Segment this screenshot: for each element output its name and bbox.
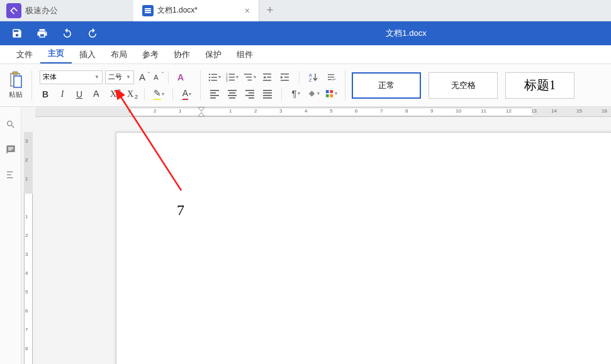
svg-rect-31 <box>210 92 216 94</box>
svg-rect-44 <box>263 95 272 96</box>
indent-marker-icon[interactable] <box>198 107 205 117</box>
shading-button[interactable]: ▾ <box>307 88 320 99</box>
horizontal-ruler[interactable]: 3211234567891011121314151617 <box>35 107 611 117</box>
svg-rect-23 <box>281 80 289 80</box>
svg-rect-8 <box>211 80 217 80</box>
svg-rect-6 <box>211 77 217 77</box>
bullets-button[interactable]: ▾ <box>208 72 221 83</box>
svg-rect-17 <box>248 79 252 80</box>
menu-reference[interactable]: 参考 <box>135 46 166 63</box>
svg-point-5 <box>209 76 210 77</box>
align-justify-button[interactable] <box>261 88 274 99</box>
tab-title: 文档1.docx* <box>157 5 240 16</box>
svg-rect-38 <box>245 90 254 91</box>
svg-rect-46 <box>326 90 329 93</box>
comment-icon[interactable] <box>6 145 16 155</box>
app-logo <box>6 3 21 18</box>
strikethrough-button[interactable]: A̵ <box>91 89 102 100</box>
svg-rect-48 <box>326 94 329 97</box>
align-left-button[interactable] <box>208 88 221 99</box>
svg-rect-45 <box>263 97 272 99</box>
subscript-button[interactable]: X2 <box>125 89 136 100</box>
svg-point-3 <box>209 74 210 75</box>
svg-text:Z: Z <box>309 78 312 82</box>
multilevel-button[interactable]: ▾ <box>244 72 256 83</box>
underline-button[interactable]: U <box>74 89 85 100</box>
svg-rect-14 <box>229 79 235 80</box>
show-marks-button[interactable]: ↵ <box>325 72 337 83</box>
menu-protect[interactable]: 保护 <box>198 46 229 63</box>
svg-rect-43 <box>263 92 272 94</box>
svg-rect-47 <box>330 90 333 93</box>
inc-indent-button[interactable] <box>279 72 291 83</box>
document-tab[interactable]: 文档1.docx* × <box>133 0 259 21</box>
menu-layout[interactable]: 布局 <box>103 46 135 63</box>
svg-rect-18 <box>263 74 271 74</box>
svg-rect-22 <box>284 77 289 77</box>
menu-file[interactable]: 文件 <box>9 46 40 63</box>
svg-rect-34 <box>228 90 237 91</box>
ruler-area: L 3211234567891011121314151617 321123456… <box>21 107 611 364</box>
svg-rect-15 <box>244 74 252 74</box>
menu-home[interactable]: 主页 <box>40 45 72 63</box>
doc-icon <box>142 5 154 16</box>
document-page[interactable]: 7 <box>116 132 611 364</box>
app-name: 极速办公 <box>25 5 58 16</box>
undo-icon[interactable] <box>62 28 73 39</box>
menu-component[interactable]: 组件 <box>229 46 261 63</box>
svg-rect-39 <box>249 92 254 94</box>
style-nospace[interactable]: 无空格 <box>429 72 498 99</box>
svg-rect-28 <box>328 79 332 80</box>
separator <box>345 70 345 101</box>
svg-rect-33 <box>210 97 216 99</box>
numbering-button[interactable]: 123▾ <box>226 72 238 83</box>
paste-button[interactable]: 粘贴 <box>8 71 24 99</box>
close-icon[interactable]: × <box>245 6 250 16</box>
dec-indent-button[interactable] <box>261 72 274 83</box>
bold-button[interactable]: B <box>40 89 51 100</box>
grow-font-button[interactable]: Aˆ <box>137 72 148 83</box>
svg-text:A: A <box>309 73 312 77</box>
svg-rect-32 <box>210 95 219 96</box>
separator <box>200 70 201 101</box>
add-tab-button[interactable]: + <box>259 4 281 17</box>
shrink-font-button[interactable]: Aˇ <box>150 72 162 83</box>
document-text: 7 <box>177 202 184 219</box>
svg-point-7 <box>209 79 210 80</box>
highlight-button[interactable]: ✎▾ <box>153 89 164 100</box>
align-right-button[interactable] <box>244 88 256 99</box>
align-center-button[interactable] <box>226 88 238 99</box>
font-name-select[interactable]: 宋体▼ <box>40 70 103 84</box>
workspace: L 3211234567891011121314151617 321123456… <box>0 107 611 364</box>
font-color-button[interactable]: A▾ <box>181 89 193 100</box>
svg-text:3: 3 <box>226 79 228 82</box>
svg-rect-2 <box>14 76 21 87</box>
svg-rect-4 <box>211 74 217 74</box>
svg-rect-40 <box>245 95 254 96</box>
style-heading1[interactable]: 标题1 <box>505 72 575 99</box>
search-icon[interactable] <box>6 119 16 130</box>
clear-format-button[interactable]: A <box>175 72 186 83</box>
quickaccess-bar: 文档1.docx <box>0 21 611 45</box>
italic-button[interactable]: I <box>57 89 68 100</box>
save-icon[interactable] <box>11 28 23 39</box>
ribbon: 粘贴 宋体▼ 二号▼ Aˆ Aˇ A B I U A̵ X2 X2 ✎▾ A▾ … <box>0 64 611 107</box>
font-size-select[interactable]: 二号▼ <box>105 70 134 84</box>
vertical-ruler[interactable]: 32112345678 <box>21 107 35 364</box>
svg-rect-51 <box>7 174 11 175</box>
borders-button[interactable]: ▾ <box>325 88 337 99</box>
superscript-button[interactable]: X2 <box>108 89 119 100</box>
redo-icon[interactable] <box>87 28 98 39</box>
svg-rect-36 <box>228 95 237 96</box>
svg-rect-12 <box>229 77 235 77</box>
print-icon[interactable] <box>36 28 48 39</box>
menubar: 文件 主页 插入 布局 参考 协作 保护 组件 <box>0 45 611 64</box>
style-normal[interactable]: 正常 <box>352 72 421 99</box>
sort-button[interactable]: AZ <box>307 72 320 83</box>
outline-icon[interactable] <box>6 170 16 180</box>
svg-rect-1 <box>13 72 18 75</box>
menu-collaborate[interactable]: 协作 <box>166 46 198 63</box>
svg-rect-50 <box>7 172 13 172</box>
menu-insert[interactable]: 插入 <box>72 46 103 63</box>
pilcrow-button[interactable]: ¶▾ <box>289 88 302 99</box>
